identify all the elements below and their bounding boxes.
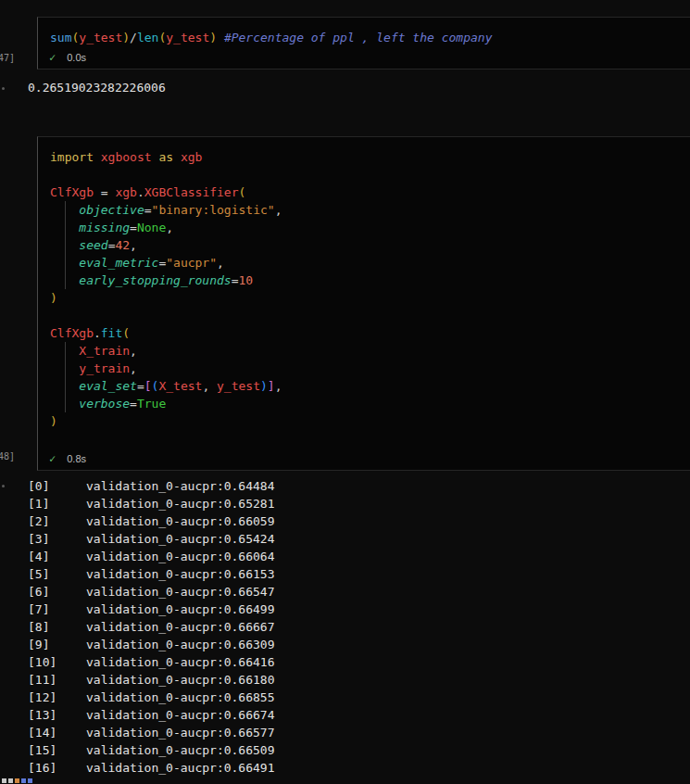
code-line: [50, 166, 690, 183]
execution-count-1: [47]: [0, 53, 15, 64]
code-line: eval_metric="aucpr",: [50, 254, 690, 272]
code-editor-2[interactable]: import xgboost as xgbClfXgb = xgb.XGBCla…: [50, 148, 690, 430]
output-line: [16]validation_0-aucpr:0.66491: [28, 759, 690, 777]
output-line: [11]validation_0-aucpr:0.66180: [28, 671, 690, 689]
code-line: import xgboost as xgb: [50, 148, 690, 166]
code-line: ClfXgb.fit(: [50, 324, 690, 342]
output-line: [12]validation_0-aucpr:0.66855: [28, 689, 690, 706]
code-line: sum(y_test)/len(y_test) #Percentage of p…: [50, 29, 690, 46]
execution-count-2: [48]: [0, 451, 15, 462]
output-line: [8]validation_0-aucpr:0.66667: [28, 618, 690, 636]
indent-guide: [65, 201, 66, 289]
execution-duration: 0.8s: [67, 453, 86, 464]
notebook-editor: { "theme": { "page_bg": "#0c0c0c", "cell…: [0, 0, 690, 784]
success-check-icon: ✓: [49, 48, 56, 67]
cell-1-output: 0.26519023282226006: [28, 79, 690, 96]
output-line: [9]validation_0-aucpr:0.66309: [28, 636, 690, 653]
code-line: verbose=True: [50, 395, 690, 412]
code-line: early_stopping_rounds=10: [50, 272, 690, 289]
code-cell-1[interactable]: sum(y_test)/len(y_test) #Percentage of p…: [37, 17, 690, 70]
output-line: [3]validation_0-aucpr:0.65424: [28, 530, 690, 548]
output-line: [6]validation_0-aucpr:0.66547: [28, 583, 690, 601]
output-line: [4]validation_0-aucpr:0.66064: [28, 548, 690, 565]
code-line: [50, 307, 690, 324]
output-line: [7]validation_0-aucpr:0.66499: [28, 601, 690, 618]
output-line: [5]validation_0-aucpr:0.66153: [28, 565, 690, 583]
output-gutter-dot[interactable]: [2, 87, 5, 90]
cell-1-status-row: ✓ 0.0s: [49, 48, 86, 67]
code-line: y_train,: [50, 360, 690, 377]
code-line: objective="binary:logistic",: [50, 201, 690, 219]
output-gutter-dot[interactable]: [2, 485, 5, 487]
code-line: ): [50, 412, 690, 430]
code-line: eval_set=[(X_test, y_test)],: [50, 377, 690, 395]
indent-guide: [65, 342, 66, 412]
clipped-content-fragment: [2, 778, 32, 783]
output-line: [10]validation_0-aucpr:0.66416: [28, 653, 690, 671]
output-line: [1]validation_0-aucpr:0.65281: [28, 495, 690, 512]
code-line: X_train,: [50, 342, 690, 360]
output-line: 0.26519023282226006: [28, 79, 690, 96]
code-line: ): [50, 289, 690, 307]
code-editor-1[interactable]: sum(y_test)/len(y_test) #Percentage of p…: [50, 29, 690, 46]
output-line: [2]validation_0-aucpr:0.66059: [28, 512, 690, 530]
training-log-output: [0]validation_0-aucpr:0.64484[1]validati…: [28, 477, 690, 777]
output-line: [0]validation_0-aucpr:0.64484: [28, 477, 690, 495]
output-line: [13]validation_0-aucpr:0.66674: [28, 706, 690, 724]
cell-2-status-row: ✓ 0.8s: [49, 449, 86, 468]
output-line: [14]validation_0-aucpr:0.66577: [28, 724, 690, 741]
success-check-icon: ✓: [49, 449, 56, 468]
code-line: ClfXgb = xgb.XGBClassifier(: [50, 183, 690, 201]
code-line: seed=42,: [50, 236, 690, 254]
code-cell-2[interactable]: import xgboost as xgbClfXgb = xgb.XGBCla…: [37, 136, 690, 471]
code-line: missing=None,: [50, 219, 690, 236]
execution-duration: 0.0s: [67, 52, 86, 63]
output-line: [15]validation_0-aucpr:0.66509: [28, 741, 690, 759]
